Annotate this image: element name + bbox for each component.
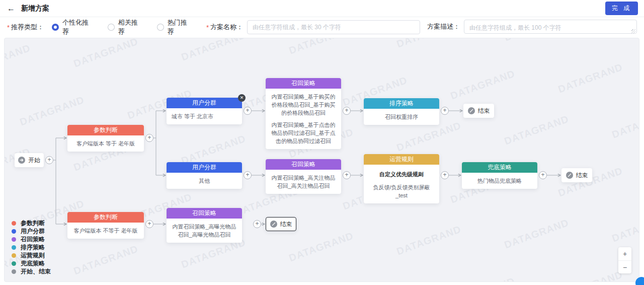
plan-name-field-group: * 方案名称： xyxy=(206,20,420,34)
legend-item: 召回策略 xyxy=(12,236,51,243)
radio-icon[interactable] xyxy=(157,24,164,31)
add-node-button[interactable]: + xyxy=(244,171,252,179)
node-op1[interactable]: 运营规则自定义优先级规则负反馈/负反馈类别屏蔽_test xyxy=(364,154,439,203)
legend-item: 运营规则 xyxy=(12,252,51,259)
add-node-button[interactable]: + xyxy=(145,134,153,142)
legend: 参数判断用户分群召回策略排序策略运营规则兜底策略开始、结束 xyxy=(12,219,51,275)
recommend-type-group: 个性化推荐相关推荐热门推荐 xyxy=(52,18,206,36)
node-body: 内置召回策略_高曝光物品召回_高曝光物品召回 xyxy=(167,219,242,243)
radio-option[interactable]: 热门推荐 xyxy=(157,18,193,36)
radio-icon[interactable] xyxy=(108,24,115,31)
node-ug2[interactable]: 用户分群其他 xyxy=(167,162,242,189)
plan-name-label: 方案名称： xyxy=(210,23,243,32)
add-node-button[interactable]: + xyxy=(441,171,449,179)
radio-label: 相关推荐 xyxy=(118,18,144,36)
radio-option[interactable]: 个性化推荐 xyxy=(52,18,95,36)
node-body: 自定义优先级规则负反馈/负反馈类别屏蔽_test xyxy=(364,165,439,203)
node-start[interactable]: 开始 xyxy=(15,153,44,167)
legend-label: 召回策略 xyxy=(21,235,45,244)
node-body: 其他 xyxy=(167,173,242,189)
add-node-button[interactable]: + xyxy=(45,156,53,164)
node-pj1[interactable]: 参数判断客户端版本 等于 老年版 xyxy=(67,125,144,152)
zoom-panel: + − xyxy=(618,247,631,273)
node-title: 用户分群 xyxy=(167,98,242,108)
back-icon[interactable]: ← xyxy=(7,4,15,13)
node-title: 参数判断 xyxy=(67,212,144,223)
add-node-button[interactable]: + xyxy=(343,107,351,115)
zoom-out-button[interactable]: − xyxy=(618,260,631,273)
legend-dot xyxy=(12,237,16,242)
recommend-type-label: 推荐类型： xyxy=(11,23,44,32)
node-title: 召回策略 xyxy=(266,78,341,89)
required-mark: * xyxy=(7,24,10,31)
legend-item: 用户分群 xyxy=(12,228,51,235)
terminal-label: 开始 xyxy=(28,156,40,165)
legend-label: 排序策略 xyxy=(21,243,45,252)
node-body: 内置召回策略_基于购买的价格段物品召回_基于购买的价格段物品召回内置召回策略_基… xyxy=(266,89,341,149)
flow-canvas[interactable]: DATAGRANDDATAGRANDDATAGRANDDATAGRANDDATA… xyxy=(4,38,639,282)
end-icon xyxy=(270,221,277,228)
start-icon xyxy=(18,157,25,164)
legend-dot xyxy=(12,229,16,234)
node-fb1[interactable]: 兜底策略热门物品兜底策略 xyxy=(462,162,537,189)
end-icon xyxy=(468,107,475,114)
close-icon[interactable]: ✕ xyxy=(238,94,246,102)
radio-icon[interactable] xyxy=(52,24,59,31)
end-icon xyxy=(566,172,573,179)
node-title: 排序策略 xyxy=(364,98,439,109)
node-rc3[interactable]: 召回策略内置召回策略_高曝光物品召回_高曝光物品召回 xyxy=(167,208,242,243)
node-body: 内置召回策略_高关注物品召回_高关注物品召回 xyxy=(266,170,341,194)
node-end1[interactable]: 结束 xyxy=(463,104,494,118)
radio-label: 个性化推荐 xyxy=(62,18,95,36)
node-end3[interactable]: 结束 xyxy=(266,217,296,231)
node-body: 客户端版本 等于 老年版 xyxy=(67,135,144,152)
legend-label: 运营规则 xyxy=(21,251,45,260)
plan-name-input[interactable] xyxy=(247,20,420,34)
node-rc1[interactable]: 召回策略内置召回策略_基于购买的价格段物品召回_基于购买的价格段物品召回内置召回… xyxy=(266,78,341,149)
page-title: 新增方案 xyxy=(21,4,49,13)
legend-dot xyxy=(12,245,16,250)
add-node-button[interactable]: + xyxy=(539,171,547,179)
node-pj2[interactable]: 参数判断客户端版本 不等于 老年版 xyxy=(67,212,144,239)
node-body: 城市 等于 北京市 xyxy=(167,108,242,124)
node-title: 兜底策略 xyxy=(462,162,537,173)
add-node-button[interactable]: + xyxy=(343,171,351,179)
legend-dot xyxy=(12,269,16,274)
finish-button[interactable]: 完 成 xyxy=(605,2,638,15)
node-title: 运营规则 xyxy=(364,154,439,165)
node-rc2[interactable]: 召回策略内置召回策略_高关注物品召回_高关注物品召回 xyxy=(266,159,341,194)
plan-desc-resize-grip xyxy=(464,20,637,35)
add-node-button[interactable]: + xyxy=(244,107,252,115)
legend-item: 参数判断 xyxy=(12,220,51,227)
plan-desc-field-group: 方案描述： xyxy=(427,20,637,35)
legend-label: 参数判断 xyxy=(21,219,45,228)
legend-label: 兜底策略 xyxy=(21,259,45,268)
legend-item: 兜底策略 xyxy=(12,260,51,267)
add-node-button[interactable]: + xyxy=(441,107,449,115)
legend-label: 用户分群 xyxy=(21,227,45,236)
legend-dot xyxy=(12,261,16,266)
node-title: 参数判断 xyxy=(67,125,144,135)
legend-item: 开始、结束 xyxy=(12,268,51,275)
plan-desc-label: 方案描述： xyxy=(427,20,460,34)
node-ug1[interactable]: 用户分群城市 等于 北京市✕ xyxy=(167,98,242,124)
terminal-label: 结束 xyxy=(280,220,292,229)
terminal-label: 结束 xyxy=(576,171,588,180)
node-body: 客户端版本 不等于 老年版 xyxy=(67,223,144,239)
node-end2[interactable]: 结束 xyxy=(561,168,592,182)
terminal-label: 结束 xyxy=(478,107,490,115)
add-node-button[interactable]: + xyxy=(253,220,261,228)
plan-desc-input[interactable] xyxy=(464,20,637,34)
legend-item: 排序策略 xyxy=(12,244,51,251)
node-title: 用户分群 xyxy=(167,162,242,173)
plan-form-toolbar: * 推荐类型： 个性化推荐相关推荐热门推荐 * 方案名称： 方案描述： xyxy=(0,17,644,37)
node-body: 热门物品兜底策略 xyxy=(462,173,537,189)
zoom-in-button[interactable]: + xyxy=(618,247,631,260)
legend-dot xyxy=(12,253,16,258)
node-body: 召回权重排序 xyxy=(364,109,439,125)
node-sort1[interactable]: 排序策略召回权重排序 xyxy=(364,98,439,125)
add-node-button[interactable]: + xyxy=(145,220,153,228)
legend-label: 开始、结束 xyxy=(21,267,51,276)
required-mark: * xyxy=(206,24,209,31)
radio-option[interactable]: 相关推荐 xyxy=(108,18,144,36)
